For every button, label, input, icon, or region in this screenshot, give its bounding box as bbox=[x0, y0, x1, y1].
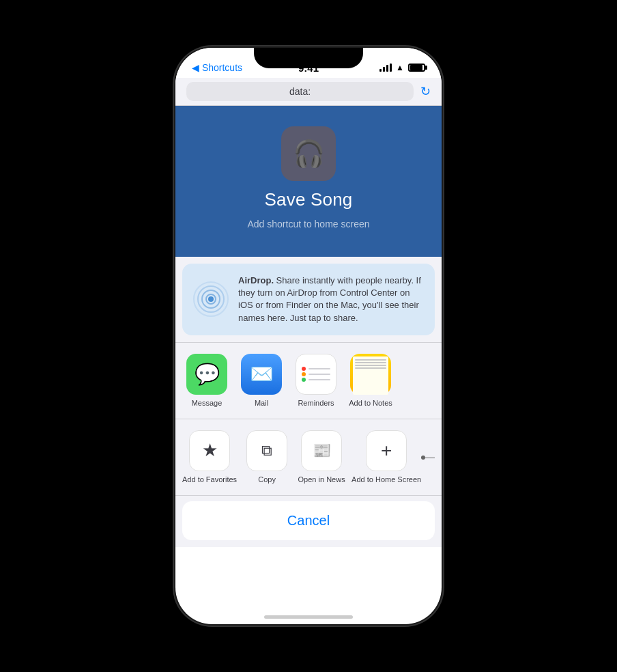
mail-icon: ✉️ bbox=[241, 354, 282, 395]
actions-row: ★ Add to Favorites ⧉ Copy 📰 Open in News… bbox=[175, 419, 442, 496]
cancel-button[interactable]: Cancel bbox=[182, 501, 435, 540]
reminders-label: Reminders bbox=[298, 399, 334, 408]
apps-scroll: 💬 Message ✉️ Mail bbox=[182, 354, 435, 408]
airdrop-description: AirDrop. Share instantly with people nea… bbox=[238, 275, 424, 324]
wifi-icon: ▲ bbox=[396, 63, 404, 72]
action-item-favorites[interactable]: ★ Add to Favorites bbox=[182, 430, 237, 484]
airdrop-section[interactable]: AirDrop. Share instantly with people nea… bbox=[182, 264, 435, 335]
app-item-notes[interactable]: Add to Notes bbox=[346, 354, 395, 408]
annotation-line bbox=[421, 458, 435, 458]
status-icons: ▲ bbox=[379, 63, 425, 72]
battery-icon bbox=[408, 64, 425, 72]
action-item-news[interactable]: 📰 Open in News bbox=[297, 430, 346, 484]
airdrop-icon bbox=[193, 281, 229, 317]
phone-frame: ◀ Shortcuts 9:41 ▲ data: ↻ bbox=[175, 48, 442, 624]
reload-button[interactable]: ↻ bbox=[420, 84, 431, 99]
notes-label: Add to Notes bbox=[349, 399, 392, 408]
share-sheet: AirDrop. Share instantly with people nea… bbox=[175, 257, 442, 547]
homescreen-icon: + bbox=[366, 430, 407, 471]
back-label: ◀ Shortcuts bbox=[192, 62, 242, 73]
app-title: Save Song bbox=[264, 189, 352, 210]
favorites-label: Add to Favorites bbox=[182, 475, 237, 484]
messages-label: Message bbox=[192, 399, 223, 408]
signal-bars-icon bbox=[379, 64, 392, 72]
mail-label: Mail bbox=[255, 399, 268, 408]
messages-icon: 💬 bbox=[186, 354, 227, 395]
app-item-messages[interactable]: 💬 Message bbox=[182, 354, 231, 408]
copy-label: Copy bbox=[258, 475, 276, 484]
apps-row: 💬 Message ✉️ Mail bbox=[175, 342, 442, 419]
actions-scroll: ★ Add to Favorites ⧉ Copy 📰 Open in News… bbox=[182, 430, 435, 484]
favorites-icon: ★ bbox=[189, 430, 230, 471]
news-icon: 📰 bbox=[301, 430, 342, 471]
action-item-copy[interactable]: ⧉ Copy bbox=[242, 430, 291, 484]
notch bbox=[254, 48, 363, 68]
headphone-icon: 🎧 bbox=[293, 139, 325, 169]
app-subtitle: Add shortcut to home screen bbox=[248, 219, 370, 229]
news-label: Open in News bbox=[298, 475, 345, 484]
home-indicator bbox=[264, 615, 353, 619]
app-item-reminders[interactable]: Reminders bbox=[291, 354, 341, 408]
reminders-icon bbox=[296, 354, 336, 395]
action-item-homescreen[interactable]: + Add to Home Screen bbox=[351, 430, 421, 484]
cancel-section: Cancel bbox=[175, 496, 442, 547]
back-nav[interactable]: ◀ Shortcuts bbox=[192, 62, 242, 73]
app-header: 🎧 Save Song Add shortcut to home screen bbox=[175, 106, 442, 257]
address-bar[interactable]: data: bbox=[186, 82, 414, 101]
airdrop-title: AirDrop. bbox=[238, 275, 274, 285]
safari-nav-bar: data: ↻ bbox=[175, 78, 442, 106]
app-item-mail[interactable]: ✉️ Mail bbox=[237, 354, 286, 408]
homescreen-label: Add to Home Screen bbox=[351, 475, 421, 484]
copy-icon: ⧉ bbox=[246, 430, 287, 471]
app-icon-wrapper: 🎧 bbox=[281, 126, 336, 181]
notes-icon bbox=[350, 354, 391, 395]
